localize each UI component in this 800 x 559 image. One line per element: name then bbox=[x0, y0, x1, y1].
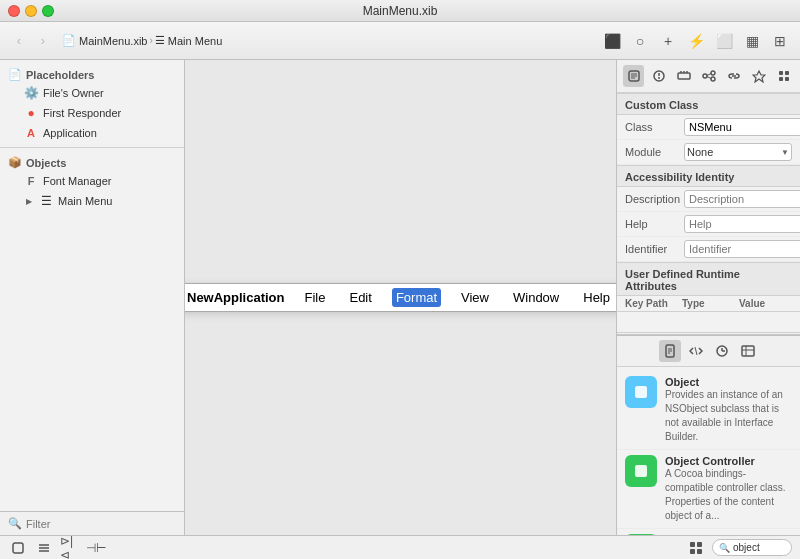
toolbar-view-btn-5[interactable]: ⬜ bbox=[712, 29, 736, 53]
svg-rect-42 bbox=[690, 549, 695, 554]
description-input[interactable] bbox=[684, 190, 800, 208]
objects-header: 📦 Objects bbox=[0, 152, 184, 171]
forward-button[interactable]: › bbox=[32, 30, 54, 52]
tree-item-files-owner[interactable]: ⚙️ File's Owner bbox=[0, 83, 184, 103]
lib-tab-table[interactable] bbox=[737, 340, 759, 362]
lib-item-0[interactable]: Object Provides an instance of an NSObje… bbox=[617, 371, 800, 450]
lib-tab-circle[interactable] bbox=[711, 340, 733, 362]
svg-point-6 bbox=[658, 77, 660, 79]
bottom-step-btn[interactable]: ⊣⊢ bbox=[86, 539, 106, 557]
bottom-search-input[interactable] bbox=[733, 542, 783, 553]
toolbar: ‹ › 📄 MainMenu.xib › ☰ Main Menu ⬛ ○ + ⚡… bbox=[0, 22, 800, 60]
class-input[interactable] bbox=[684, 118, 800, 136]
toolbar-view-btn-3[interactable]: + bbox=[656, 29, 680, 53]
class-label: Class bbox=[625, 121, 680, 133]
right-panel: Custom Class Class ▼ Module None ▼ Acces… bbox=[616, 60, 800, 535]
toolbar-view-btn-2[interactable]: ○ bbox=[628, 29, 652, 53]
close-button[interactable] bbox=[8, 5, 20, 17]
app-name[interactable]: NewApplication bbox=[187, 290, 285, 305]
menu-item-edit[interactable]: Edit bbox=[345, 288, 375, 307]
kvc-key-header: Key Path bbox=[625, 298, 678, 309]
bottom-list-btn[interactable] bbox=[34, 539, 54, 557]
identifier-field-row: Identifier bbox=[617, 237, 800, 262]
lib-item-1-text: Object Controller A Cocoa bindings-compa… bbox=[665, 455, 792, 523]
tree-item-application[interactable]: A Application bbox=[0, 123, 184, 143]
filter-wrap: 🔍 bbox=[8, 517, 176, 530]
svg-rect-36 bbox=[13, 543, 23, 553]
help-label: Help bbox=[625, 218, 680, 230]
lib-item-0-icon bbox=[625, 376, 657, 408]
minimize-button[interactable] bbox=[25, 5, 37, 17]
bottom-add-btn[interactable] bbox=[8, 539, 28, 557]
tab-library[interactable] bbox=[773, 65, 794, 87]
disclosure-icon: ▶ bbox=[24, 196, 34, 206]
lib-item-1[interactable]: Object Controller A Cocoa bindings-compa… bbox=[617, 450, 800, 529]
menu-item-window[interactable]: Window bbox=[509, 288, 563, 307]
svg-point-11 bbox=[703, 74, 707, 78]
accessibility-section: Accessibility Identity bbox=[617, 165, 800, 187]
bottom-search-wrap: 🔍 bbox=[712, 539, 792, 556]
menu-item-format[interactable]: Format bbox=[392, 288, 441, 307]
nav-buttons: ‹ › bbox=[8, 30, 54, 52]
svg-rect-21 bbox=[785, 77, 789, 81]
tab-connections[interactable] bbox=[698, 65, 719, 87]
tab-bindings[interactable] bbox=[723, 65, 744, 87]
back-button[interactable]: ‹ bbox=[8, 30, 30, 52]
tree-item-font-manager[interactable]: F Font Manager bbox=[0, 171, 184, 191]
objects-icon: 📦 bbox=[8, 156, 22, 169]
files-owner-icon: ⚙️ bbox=[24, 86, 38, 100]
menu-item-file[interactable]: File bbox=[301, 288, 330, 307]
module-label: Module bbox=[625, 146, 680, 158]
svg-rect-18 bbox=[779, 71, 783, 75]
svg-rect-19 bbox=[785, 71, 789, 75]
kvc-type-header: Type bbox=[682, 298, 735, 309]
title-bar: MainMenu.xib bbox=[0, 0, 800, 22]
breadcrumb-xib[interactable]: 📄 MainMenu.xib bbox=[62, 34, 147, 47]
bottom-search-icon: 🔍 bbox=[719, 543, 730, 553]
filter-input[interactable] bbox=[26, 518, 176, 530]
help-input[interactable] bbox=[684, 215, 800, 233]
menu-item-view[interactable]: View bbox=[457, 288, 493, 307]
svg-point-12 bbox=[711, 71, 715, 75]
application-icon: A bbox=[24, 126, 38, 140]
tab-attributes[interactable] bbox=[648, 65, 669, 87]
svg-rect-20 bbox=[779, 77, 783, 81]
section-divider bbox=[0, 147, 184, 148]
tab-size[interactable] bbox=[673, 65, 694, 87]
identifier-input[interactable] bbox=[684, 240, 800, 258]
svg-rect-30 bbox=[742, 346, 754, 356]
lib-tab-document[interactable] bbox=[659, 340, 681, 362]
left-panel-filter: 🔍 bbox=[0, 511, 184, 535]
maximize-button[interactable] bbox=[42, 5, 54, 17]
tab-effects[interactable] bbox=[748, 65, 769, 87]
toolbar-view-btn-7[interactable]: ⊞ bbox=[768, 29, 792, 53]
class-field-row: Class ▼ bbox=[617, 115, 800, 140]
lib-tab-code[interactable] bbox=[685, 340, 707, 362]
svg-rect-34 bbox=[635, 465, 647, 477]
left-panel: 📄 Placeholders ⚙️ File's Owner ● First R… bbox=[0, 60, 185, 535]
kvc-value-header: Value bbox=[739, 298, 792, 309]
module-dropdown-arrow: ▼ bbox=[781, 148, 789, 157]
svg-rect-43 bbox=[697, 549, 702, 554]
tree-item-first-responder[interactable]: ● First Responder bbox=[0, 103, 184, 123]
toolbar-view-btn-6[interactable]: ▦ bbox=[740, 29, 764, 53]
module-dropdown[interactable]: None ▼ bbox=[684, 143, 792, 161]
toolbar-view-btn-1[interactable]: ⬛ bbox=[600, 29, 624, 53]
bottom-nav-btn[interactable]: ⊳|⊲ bbox=[60, 539, 80, 557]
tree-item-main-menu[interactable]: ▶ ☰ Main Menu bbox=[0, 191, 184, 211]
bottom-grid-btn[interactable] bbox=[686, 539, 706, 557]
first-responder-icon: ● bbox=[24, 106, 38, 120]
filter-icon: 🔍 bbox=[8, 517, 22, 530]
menu-item-help[interactable]: Help bbox=[579, 288, 614, 307]
breadcrumb-separator: › bbox=[149, 35, 152, 46]
tab-identity[interactable] bbox=[623, 65, 644, 87]
svg-line-26 bbox=[695, 347, 697, 355]
help-field-row: Help bbox=[617, 212, 800, 237]
class-input-group: ▼ bbox=[684, 118, 800, 136]
svg-line-15 bbox=[707, 77, 711, 79]
svg-rect-7 bbox=[678, 73, 690, 79]
svg-rect-33 bbox=[635, 386, 647, 398]
identifier-label: Identifier bbox=[625, 243, 680, 255]
toolbar-view-btn-4[interactable]: ⚡ bbox=[684, 29, 708, 53]
breadcrumb-menu[interactable]: ☰ Main Menu bbox=[155, 34, 222, 47]
